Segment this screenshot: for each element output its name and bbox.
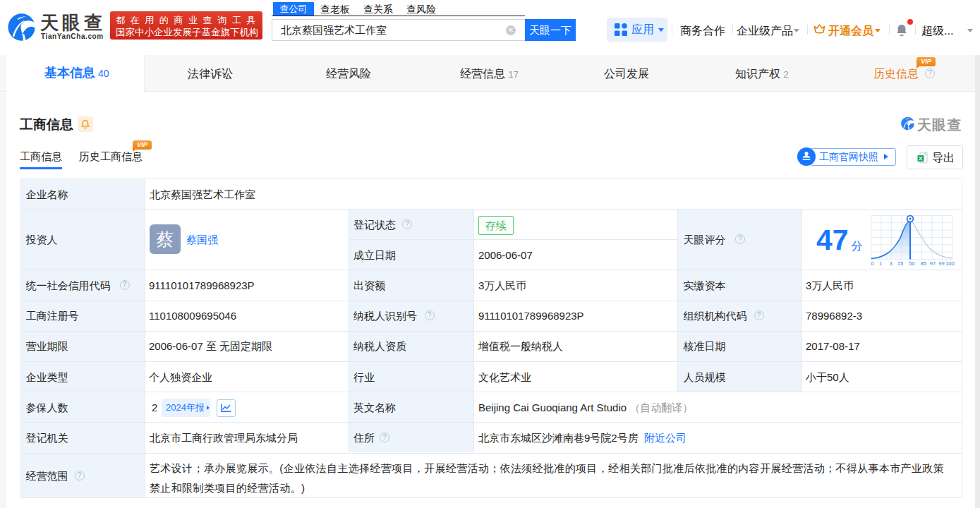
svg-text:3: 3 bbox=[889, 260, 892, 267]
svg-text:85: 85 bbox=[921, 260, 926, 267]
svg-text:97: 97 bbox=[930, 260, 936, 267]
svg-text:50: 50 bbox=[909, 260, 914, 267]
svg-text:0: 0 bbox=[871, 260, 873, 267]
svg-text:99: 99 bbox=[938, 260, 944, 267]
svg-text:100: 100 bbox=[945, 260, 955, 267]
svg-text:1: 1 bbox=[879, 260, 882, 267]
svg-text:15: 15 bbox=[897, 260, 903, 267]
